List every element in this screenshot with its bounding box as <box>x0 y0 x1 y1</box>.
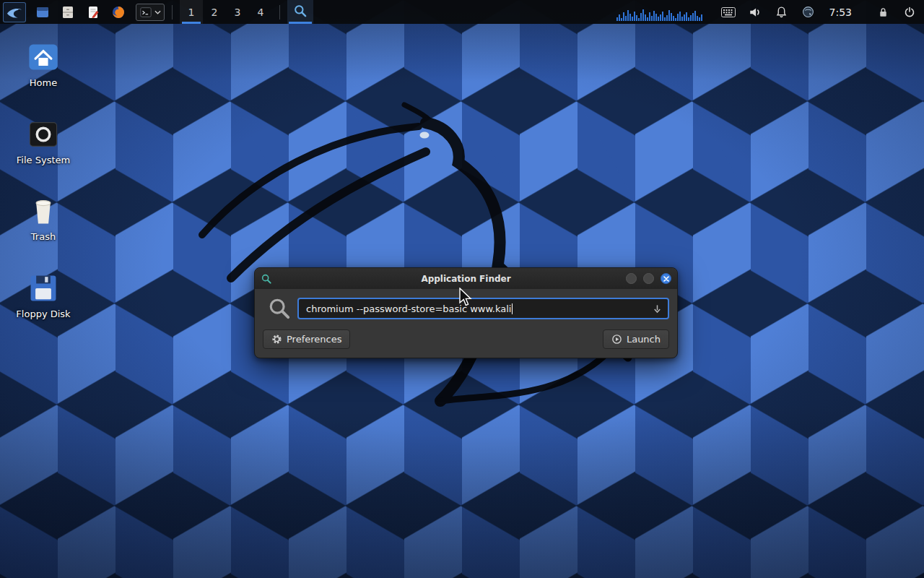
run-icon <box>611 334 622 345</box>
window-icon <box>261 273 272 285</box>
lock-icon <box>878 7 889 18</box>
magnifier-icon <box>293 4 308 18</box>
floppy-disk-icon <box>26 271 61 306</box>
workspace-button-3[interactable]: 3 <box>226 0 249 24</box>
launcher-firefox[interactable] <box>110 4 126 20</box>
window-title: Application Finder <box>255 274 677 284</box>
finder-body: chromium --password-store=basic www.kali… <box>255 289 677 358</box>
maximize-button[interactable] <box>643 273 654 284</box>
launch-label: Launch <box>627 334 661 345</box>
text-caret <box>512 303 513 314</box>
close-icon <box>663 276 669 282</box>
text-editor-icon <box>86 5 100 20</box>
speaker-icon <box>749 6 762 19</box>
firefox-icon <box>111 5 126 20</box>
volume-icon[interactable] <box>748 5 762 20</box>
history-dropdown-icon[interactable] <box>653 304 662 314</box>
desktop-icon-label: Home <box>9 77 78 88</box>
launcher-file-cabinet[interactable] <box>60 4 76 20</box>
desktop-icon-home[interactable]: Home <box>9 40 78 88</box>
clock[interactable]: 7:53 <box>829 7 852 18</box>
terminal-icon <box>139 6 152 19</box>
home-icon <box>26 40 61 74</box>
workspace-label: 2 <box>212 7 218 18</box>
search-icon <box>267 296 292 321</box>
network-icon[interactable] <box>801 5 816 20</box>
desktop-icon-label: Floppy Disk <box>9 309 78 319</box>
panel-launchers <box>35 4 126 20</box>
audio-visualizer <box>616 4 702 21</box>
gear-icon <box>271 334 282 345</box>
launch-button[interactable]: Launch <box>603 329 669 349</box>
lock-screen-icon[interactable] <box>876 5 890 20</box>
minimize-button[interactable] <box>626 273 637 284</box>
desktop-icon-trash[interactable]: Trash <box>9 194 78 242</box>
workspace-button-1[interactable]: 1 <box>180 0 203 24</box>
launcher-text-editor[interactable] <box>85 4 101 20</box>
panel-separator <box>279 5 280 20</box>
file-system-icon <box>26 117 61 152</box>
launcher-terminal[interactable] <box>136 4 165 21</box>
workspace-button-2[interactable]: 2 <box>203 0 226 24</box>
desktop: Home File System Trash Floppy Disk <box>0 0 924 578</box>
kali-logo-icon <box>6 4 23 21</box>
file-cabinet-icon <box>61 5 75 20</box>
desktop-icon-label: File System <box>9 155 78 165</box>
taskbar-application-finder[interactable] <box>287 0 313 24</box>
application-finder-window: Application Finder chromium --password- <box>254 267 678 358</box>
workspace-label: 3 <box>235 7 241 18</box>
desktop-icon-label: Trash <box>9 231 78 242</box>
preferences-label: Preferences <box>287 334 341 345</box>
window-controls <box>626 273 671 284</box>
trash-icon <box>26 194 61 228</box>
notifications-icon[interactable] <box>775 5 789 20</box>
launcher-file-manager[interactable] <box>35 4 51 20</box>
desktop-icon-file-system[interactable]: File System <box>9 117 78 165</box>
keyboard-icon <box>721 7 736 17</box>
bell-icon <box>775 6 788 18</box>
preferences-button[interactable]: Preferences <box>263 329 350 349</box>
panel-status-area: 7:53 <box>721 5 917 20</box>
logout-icon[interactable] <box>902 5 917 20</box>
file-manager-icon <box>35 5 50 20</box>
panel-separator <box>172 5 173 20</box>
workspace-button-4[interactable]: 4 <box>249 0 272 24</box>
workspace-label: 1 <box>188 7 195 18</box>
command-input[interactable]: chromium --password-store=basic www.kali <box>297 298 669 319</box>
workspace-label: 4 <box>258 7 264 18</box>
close-button[interactable] <box>661 273 671 284</box>
network-globe-icon <box>802 6 814 18</box>
desktop-icon-floppy-disk[interactable]: Floppy Disk <box>9 271 78 319</box>
top-panel: 1 2 3 4 <box>0 0 924 24</box>
keyboard-layout-icon[interactable] <box>721 5 736 20</box>
titlebar[interactable]: Application Finder <box>255 268 677 289</box>
kali-menu-button[interactable] <box>3 2 26 22</box>
chevron-down-icon <box>154 10 161 14</box>
command-text: chromium --password-store=basic www.kali <box>306 303 511 314</box>
power-icon <box>904 7 915 18</box>
workspace-switcher: 1 2 3 4 <box>180 0 272 24</box>
